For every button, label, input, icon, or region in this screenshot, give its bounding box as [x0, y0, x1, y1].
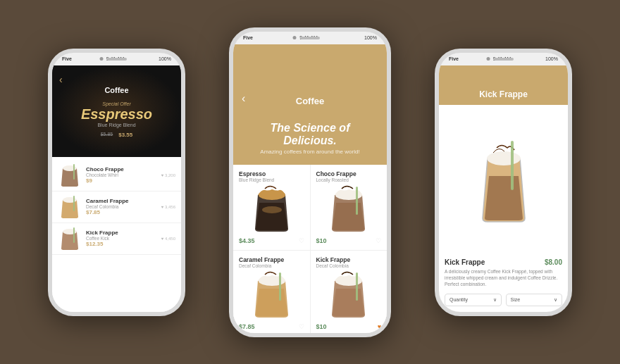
product-description: A deliciously creamy Coffee Kick Frappé,…	[445, 268, 562, 287]
svg-rect-1	[73, 164, 75, 180]
list-item-name: Caramel Frappe	[86, 198, 161, 204]
list-item-sub: Decaf Colombia	[86, 204, 161, 209]
grid-card-price: $10	[316, 323, 327, 330]
grid-card-name: Choco Frappe	[316, 170, 382, 177]
left-header: ‹ Coffee Special Offer Esspresso Blue Ri…	[52, 65, 181, 157]
phone-center-notch: Five 9:41 AM 100%	[233, 32, 387, 44]
nav-title-left: Coffee	[104, 86, 128, 94]
center-header: ‹ Coffee	[233, 44, 387, 115]
grid-card-name: Kick Frappe	[316, 256, 382, 263]
grid-card-name: Caramel Frappe	[239, 256, 304, 263]
quantity-chevron: ∨	[493, 297, 497, 303]
list-item-sub: Coffee Kick	[86, 236, 161, 241]
list-item[interactable]: Kick Frappe Coffee Kick $12.35 ♥ 4,450	[52, 223, 181, 255]
right-header: Kick Frappe	[439, 65, 568, 105]
grid-card-price: $7.85	[239, 323, 255, 330]
heart-icon[interactable]: ♡	[299, 237, 304, 244]
list-item-name: Choco Frappe	[86, 166, 161, 172]
list-item-info: Kick Frappe Coffee Kick $12.35	[86, 230, 161, 247]
heart-icon[interactable]: ♡	[299, 323, 304, 330]
right-content: Kick Frappe $8.00 A deliciously creamy C…	[439, 105, 568, 312]
list-item-image	[58, 163, 82, 187]
center-grid: Espresso Blue Ridge Blend $4.35 ♡ Choco …	[233, 165, 387, 333]
right-info: Kick Frappe $8.00 A deliciously creamy C…	[445, 256, 562, 306]
screen-left: ‹ Coffee Special Offer Esspresso Blue Ri…	[52, 65, 181, 312]
screen-center: ‹ Coffee The Science of Delicious. Amazi…	[233, 44, 387, 333]
grid-card-sub: Blue Ridge Blend	[239, 177, 304, 182]
heart-icon[interactable]: ♥	[378, 323, 381, 330]
quantity-selector[interactable]: Quantity ∨	[445, 294, 502, 306]
price-row-left: $5.85 $3.55	[101, 132, 133, 138]
heart-icon[interactable]: ♡	[376, 237, 381, 244]
grid-card[interactable]: Espresso Blue Ridge Blend $4.35 ♡	[233, 165, 310, 250]
list-item[interactable]: Choco Frappe Chocolate Whirl $9 ♥ 3,200	[52, 160, 181, 192]
grid-card-image	[316, 271, 382, 320]
svg-rect-11	[279, 272, 281, 301]
phone-center: Five 9:41 AM 100% ‹ Coffee The Science o…	[229, 27, 391, 337]
list-item[interactable]: Caramel Frappe Decaf Colombia $7.85 ♥ 3,…	[52, 192, 181, 223]
svg-rect-5	[73, 227, 75, 243]
list-item-info: Choco Frappe Chocolate Whirl $9	[86, 166, 161, 184]
list-item-price: $7.85	[86, 209, 161, 215]
center-hero: The Science of Delicious. Amazing coffee…	[233, 115, 387, 165]
phone-left-notch: Five 9:41 AM 100%	[52, 53, 181, 65]
size-chevron: ∨	[554, 297, 557, 303]
svg-rect-3	[73, 196, 75, 211]
list-item-likes: ♥ 4,450	[161, 237, 175, 241]
list-item-price: $12.35	[86, 241, 161, 247]
list-item-name: Kick Frappe	[86, 230, 161, 236]
list-item-image	[58, 195, 82, 219]
list-item-price: $9	[86, 177, 161, 184]
price-old: $5.85	[101, 132, 113, 138]
tagline-sub: Amazing coffees from around the world!	[244, 149, 376, 155]
special-offer-label: Special Offer	[102, 101, 130, 106]
grid-card-price: $4.35	[239, 237, 255, 244]
screen-right: Kick Frappe	[439, 65, 568, 312]
list-item-likes: ♥ 3,456	[161, 205, 175, 209]
speaker-center	[300, 37, 320, 39]
back-button-center[interactable]: ‹	[242, 92, 245, 105]
grid-card-footer: $10 ♥	[316, 323, 382, 330]
size-label: Size	[511, 297, 521, 302]
signal-left: Five	[62, 56, 72, 61]
speaker-left	[107, 58, 127, 61]
phone-left: Five 9:41 AM 100% ‹ Coffee Special Offer…	[48, 49, 185, 316]
grid-card-image	[239, 185, 304, 234]
svg-rect-13	[356, 272, 358, 301]
grid-card-image	[239, 271, 304, 320]
signal-center: Five	[243, 35, 253, 40]
product-name-right: Kick Frappe	[445, 258, 485, 266]
hero-sub-left: Blue Ridge Blend	[97, 123, 135, 127]
left-list: Choco Frappe Chocolate Whirl $9 ♥ 3,200 …	[52, 157, 181, 312]
speaker-right	[494, 58, 514, 61]
svg-rect-15	[511, 141, 514, 190]
product-image-area	[445, 111, 562, 256]
grid-card-footer: $4.35 ♡	[239, 237, 304, 244]
list-item-info: Caramel Frappe Decaf Colombia $7.85	[86, 198, 161, 215]
svg-point-7	[262, 206, 282, 213]
battery-center: 100%	[364, 35, 377, 40]
grid-card-image	[316, 185, 382, 234]
svg-rect-9	[356, 187, 358, 215]
nav-title-right: Kick Frappe	[479, 89, 528, 99]
battery-right: 100%	[545, 56, 558, 61]
list-item-image	[58, 227, 82, 251]
quantity-label: Quantity	[450, 297, 468, 302]
phone-right: Five 9:41 AM 100% Kick Frappe	[435, 49, 572, 316]
battery-left: 100%	[159, 56, 171, 61]
grid-card-price: $10	[316, 237, 327, 244]
right-name-row: Kick Frappe $8.00	[445, 258, 562, 266]
product-selectors: Quantity ∨ Size ∨	[445, 294, 562, 306]
tagline: The Science of Delicious.	[244, 122, 376, 147]
size-selector[interactable]: Size ∨	[506, 294, 563, 306]
grid-card[interactable]: Choco Frappe Locally Roasted $10 ♡	[311, 165, 388, 250]
grid-card[interactable]: Kick Frappe Decaf Colombia $10 ♥	[311, 251, 388, 333]
grid-card-footer: $7.85 ♡	[239, 323, 304, 330]
grid-card-footer: $10 ♡	[316, 237, 382, 244]
list-item-likes: ♥ 3,200	[161, 173, 175, 177]
signal-right: Five	[449, 56, 459, 61]
phone-right-notch: Five 9:41 AM 100%	[439, 53, 568, 65]
hero-title-left: Esspresso	[81, 106, 152, 123]
back-button-left[interactable]: ‹	[59, 74, 63, 85]
grid-card[interactable]: Caramel Frappe Decaf Colombia $7.85 ♡	[233, 251, 310, 333]
